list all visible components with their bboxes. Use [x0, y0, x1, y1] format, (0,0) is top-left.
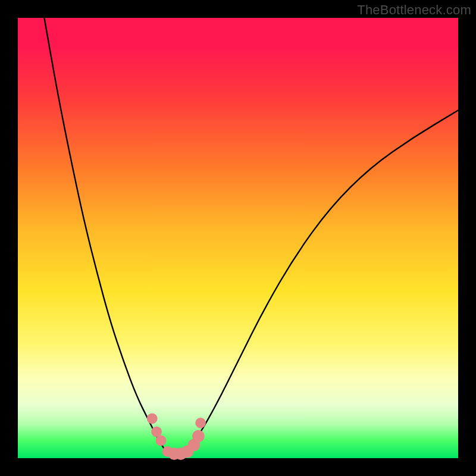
- marker-dot: [192, 430, 205, 443]
- watermark-text: TheBottleneck.com: [357, 2, 471, 18]
- curve-left: [44, 18, 167, 454]
- curve-right: [185, 110, 458, 453]
- curve-layer: [18, 18, 458, 458]
- marker-dot: [147, 414, 158, 424]
- chart-frame: TheBottleneck.com: [0, 0, 476, 476]
- marker-dot: [156, 436, 167, 446]
- minimum-markers: [147, 414, 206, 460]
- plot-area: [18, 18, 458, 458]
- marker-dot: [195, 418, 206, 428]
